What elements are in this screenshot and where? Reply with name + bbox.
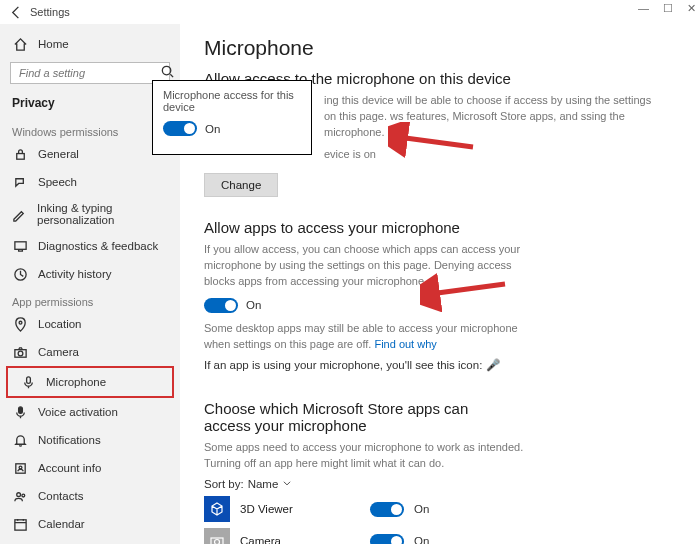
back-button[interactable] [6,5,26,20]
svg-rect-13 [14,519,25,529]
voice-icon [12,404,28,420]
app-name: 3D Viewer [240,503,360,515]
mic-in-use-note: If an app is using your microphone, you'… [204,358,680,372]
device-access-toggle-label: On [205,123,220,135]
svg-rect-1 [16,153,24,159]
find-out-why-link[interactable]: Find out why [374,338,436,350]
sidebar-item-label: Calendar [38,518,85,530]
contacts-icon [12,488,28,504]
app-name: Camera [240,535,360,544]
section-device-access-body: ing this device will be able to choose i… [324,93,654,141]
svg-point-6 [18,351,23,356]
sidebar-item-label: Contacts [38,490,83,502]
close-button[interactable]: ✕ [687,2,696,15]
section-device-status: evice is on [324,147,654,163]
callout-microphone-access: Microphone access for this device On [152,80,312,155]
sidebar-item-label: Account info [38,462,101,474]
svg-point-4 [19,321,22,324]
lock-icon [12,146,28,162]
svg-rect-14 [211,538,223,544]
sidebar-item-label: Camera [38,346,79,358]
sidebar-item-location[interactable]: Location [0,310,180,338]
speech-icon [12,174,28,190]
sidebar-item-label: Notifications [38,434,101,446]
app-toggle-label: On [414,535,429,544]
home-icon [12,36,28,52]
svg-point-12 [21,494,24,497]
sidebar-item-voice[interactable]: Voice activation [0,398,180,426]
sidebar-home[interactable]: Home [0,30,180,58]
sidebar-item-account[interactable]: Account info [0,454,180,482]
svg-rect-8 [18,406,22,413]
svg-point-15 [215,540,220,544]
app-icon-camera [204,528,230,544]
app-toggle-3d-viewer[interactable] [370,502,404,517]
microphone-indicator-icon: 🎤 [486,359,500,371]
sidebar-item-calendar[interactable]: Calendar [0,510,180,538]
sidebar-item-contacts[interactable]: Contacts [0,482,180,510]
sort-value: Name [248,478,279,490]
svg-point-10 [19,466,22,469]
bell-icon [12,432,28,448]
app-toggle-label: On [414,503,429,515]
sidebar-item-label: Voice activation [38,406,118,418]
camera-icon [12,344,28,360]
sidebar-item-label: Microphone [46,376,106,388]
section-apps-access-body: If you allow access, you can choose whic… [204,242,534,290]
search-field[interactable] [17,66,160,80]
app-toggle-camera[interactable] [370,534,404,544]
svg-point-11 [16,492,20,496]
apps-access-toggle[interactable] [204,298,238,313]
device-access-toggle[interactable] [163,121,197,136]
sidebar-item-diagnostics[interactable]: Diagnostics & feedback [0,232,180,260]
svg-rect-2 [14,241,25,249]
svg-point-0 [162,66,170,74]
sidebar-home-label: Home [38,38,69,50]
callout-title: Microphone access for this device [163,89,301,113]
section-store-apps-heading: Choose which Microsoft Store apps can ac… [204,400,504,434]
sidebar-item-label: Location [38,318,81,330]
sidebar-item-camera[interactable]: Camera [0,338,180,366]
app-row-camera: Camera On [204,528,680,544]
sidebar-item-notifications[interactable]: Notifications [0,426,180,454]
sidebar-item-speech[interactable]: Speech [0,168,180,196]
sidebar-item-microphone[interactable]: Microphone [8,368,172,396]
location-icon [12,316,28,332]
chevron-down-icon [282,478,292,490]
sidebar-item-inking[interactable]: Inking & typing personalization [0,196,180,232]
calendar-icon [12,516,28,532]
section-apps-access-heading: Allow apps to access your microphone [204,219,680,236]
svg-rect-7 [26,376,30,383]
window-title: Settings [30,6,70,18]
sidebar-item-label: Diagnostics & feedback [38,240,158,252]
sort-by-dropdown[interactable]: Sort by: Name [204,478,680,490]
section-store-apps-body: Some apps need to access your microphone… [204,440,534,472]
search-input[interactable] [10,62,170,84]
sidebar-item-activity[interactable]: Activity history [0,260,180,288]
apps-access-toggle-label: On [246,299,261,311]
ap-header: App permissions [0,288,180,310]
sort-label: Sort by: [204,478,244,490]
app-icon-3d-viewer [204,496,230,522]
microphone-icon [20,374,36,390]
sidebar-item-label: Inking & typing personalization [37,202,168,226]
feedback-icon [12,238,28,254]
page-title: Microphone [204,36,680,60]
desktop-apps-note: Some desktop apps may still be able to a… [204,321,534,353]
sidebar-item-label: General [38,148,79,160]
maximize-button[interactable]: ☐ [663,2,673,15]
minimize-button[interactable]: ― [638,2,649,15]
sidebar-item-label: Speech [38,176,77,188]
sidebar-item-label: Activity history [38,268,112,280]
pen-icon [12,206,27,222]
history-icon [12,266,28,282]
app-row-3d-viewer: 3D Viewer On [204,496,680,522]
change-button[interactable]: Change [204,173,278,197]
account-icon [12,460,28,476]
